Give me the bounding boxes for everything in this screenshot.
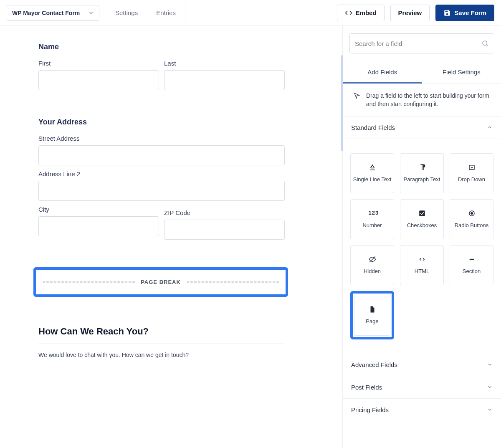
number-icon: 123: [369, 210, 376, 217]
street-label: Street Address: [38, 135, 285, 142]
group-post-label: Post Fields: [351, 384, 382, 391]
field-search[interactable]: [349, 33, 494, 53]
dashed-line-left: [43, 281, 135, 283]
first-label: First: [38, 60, 159, 67]
tile-label: Paragraph Text: [404, 176, 440, 182]
tile-hidden[interactable]: Hidden: [350, 245, 394, 285]
city-subfield: City: [38, 206, 159, 240]
group-pricing-label: Pricing Fields: [351, 406, 389, 413]
topbar: WP Mayor Contact Form Settings Entries E…: [0, 0, 501, 26]
tile-html[interactable]: HTML: [400, 245, 444, 285]
tile-paragraph-text[interactable]: Paragraph Text: [400, 153, 444, 193]
page-break-label: PAGE BREAK: [141, 279, 181, 285]
preview-button[interactable]: Preview: [390, 5, 430, 21]
zip-subfield: ZIP Code: [164, 209, 285, 240]
tile-dropdown[interactable]: Drop Down: [450, 153, 493, 193]
group-standard[interactable]: Standard Fields: [343, 116, 501, 139]
chevron-down-icon: [88, 10, 94, 16]
dropdown-icon: [468, 164, 476, 171]
tile-checkboxes[interactable]: Checkboxes: [400, 199, 444, 239]
chevron-down-icon: [487, 362, 493, 367]
tab-field-settings[interactable]: Field Settings: [422, 61, 501, 84]
text-icon: [369, 164, 376, 171]
hidden-icon: [369, 256, 376, 263]
name-title: Name: [38, 43, 315, 51]
city-input[interactable]: [38, 216, 159, 236]
drag-hint-text: Drag a field to the left to start buildi…: [366, 91, 490, 109]
page-break[interactable]: PAGE BREAK: [33, 267, 288, 297]
save-icon: [443, 9, 451, 17]
svg-line-1: [486, 45, 488, 46]
sidebar: Add Fields Field Settings Drag a field t…: [342, 26, 501, 448]
section-desc: We would love to chat with you. How can …: [38, 352, 315, 358]
first-input[interactable]: [38, 70, 159, 90]
code-icon: [345, 9, 352, 17]
save-label: Save Form: [454, 9, 486, 16]
address-field-block[interactable]: Your Address Street Address Address Line…: [38, 118, 315, 240]
last-name-subfield: Last: [164, 60, 285, 90]
group-pricing[interactable]: Pricing Fields: [343, 399, 501, 421]
group-standard-label: Standard Fields: [351, 124, 395, 131]
cursor-icon: [354, 92, 360, 99]
search-input[interactable]: [355, 40, 481, 47]
tile-page[interactable]: Page: [354, 295, 390, 336]
page-icon: [369, 306, 376, 313]
tile-label: Checkboxes: [407, 222, 437, 228]
form-switcher[interactable]: WP Mayor Contact Form: [7, 5, 99, 21]
checkbox-icon: [418, 210, 426, 217]
sidebar-tabs: Add Fields Field Settings: [343, 61, 501, 84]
tile-section[interactable]: Section: [450, 245, 493, 285]
tile-radio[interactable]: Radio Buttons: [450, 199, 493, 239]
tile-page-highlight: Page: [350, 291, 394, 339]
chevron-down-icon: [487, 407, 493, 413]
chevron-up-icon: [487, 124, 493, 130]
section-rule: [38, 344, 285, 344]
tile-number[interactable]: 123 Number: [350, 199, 394, 239]
line2-subfield: Address Line 2: [38, 170, 285, 201]
save-form-button[interactable]: Save Form: [435, 5, 494, 21]
section-heading: How Can We Reach You?: [38, 326, 315, 337]
form-canvas[interactable]: Name First Last Your Address Street Addr…: [0, 26, 342, 448]
tile-label: Hidden: [364, 268, 381, 274]
last-input[interactable]: [164, 70, 285, 90]
first-name-subfield: First: [38, 60, 159, 90]
name-field-block[interactable]: Name First Last: [38, 43, 315, 90]
section-icon: [468, 256, 476, 263]
line2-label: Address Line 2: [38, 170, 285, 177]
section-block[interactable]: How Can We Reach You? We would love to c…: [38, 326, 315, 358]
tile-label: Single Line Text: [353, 176, 392, 182]
drag-hint: Drag a field to the left to start buildi…: [343, 84, 501, 116]
tile-label: HTML: [415, 268, 429, 274]
zip-input[interactable]: [164, 220, 285, 240]
svg-point-0: [483, 41, 487, 46]
tile-label: Number: [362, 222, 382, 228]
paragraph-icon: [418, 164, 426, 171]
nav-settings[interactable]: Settings: [106, 0, 147, 26]
group-post[interactable]: Post Fields: [343, 376, 501, 399]
embed-button[interactable]: Embed: [337, 5, 385, 21]
street-input[interactable]: [38, 145, 285, 165]
tab-add-fields[interactable]: Add Fields: [343, 61, 422, 84]
line2-input[interactable]: [38, 181, 285, 201]
street-subfield: Street Address: [38, 135, 285, 165]
top-nav: Settings Entries: [106, 0, 185, 26]
standard-fields-grid: Single Line Text Paragraph Text Drop Dow…: [343, 139, 501, 354]
tile-single-line-text[interactable]: Single Line Text: [350, 153, 394, 193]
tile-label: Page: [366, 318, 378, 324]
last-label: Last: [164, 60, 285, 67]
tile-label: Drop Down: [458, 176, 485, 182]
address-title: Your Address: [38, 118, 315, 127]
form-name: WP Mayor Contact Form: [12, 10, 80, 16]
group-advanced[interactable]: Advanced Fields: [343, 354, 501, 376]
svg-rect-3: [469, 165, 474, 170]
embed-label: Embed: [356, 9, 377, 16]
dashed-line-right: [187, 281, 279, 283]
preview-label: Preview: [398, 9, 422, 16]
chevron-down-icon: [487, 384, 493, 390]
html-icon: [418, 256, 426, 263]
nav-entries[interactable]: Entries: [147, 0, 185, 26]
group-advanced-label: Advanced Fields: [351, 361, 397, 368]
city-label: City: [38, 206, 159, 213]
tile-label: Section: [463, 268, 481, 274]
zip-label: ZIP Code: [164, 209, 285, 216]
